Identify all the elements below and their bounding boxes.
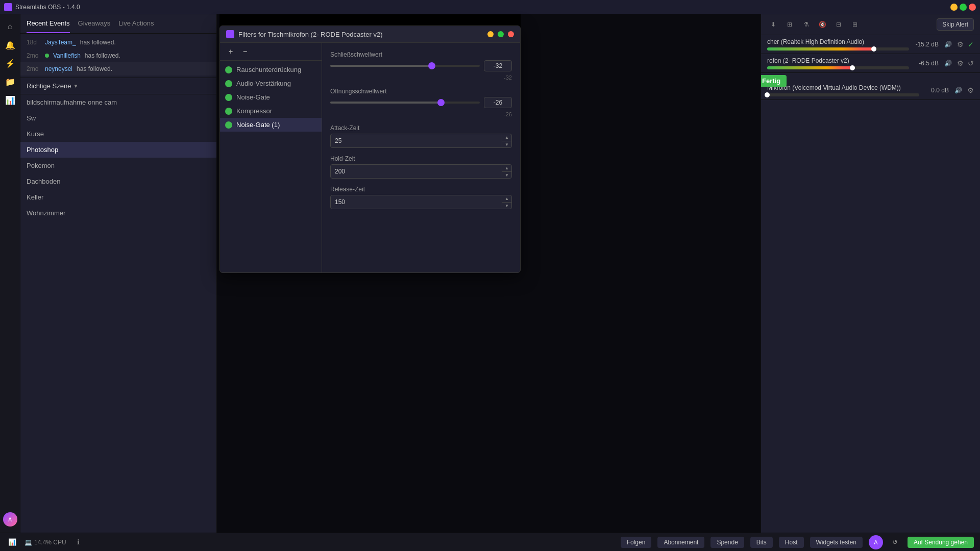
event-user[interactable]: Vanillefish <box>53 52 81 59</box>
scene-header[interactable]: Richtige Szene ▼ <box>20 78 216 94</box>
release-spin-down[interactable]: ▼ <box>502 202 511 209</box>
oeffnung-value-input[interactable]: -26 <box>484 97 512 108</box>
mixer-grid1-icon[interactable]: ⊟ <box>832 18 845 31</box>
bits-button[interactable]: Bits <box>750 537 773 548</box>
modal-close-button[interactable] <box>508 31 514 37</box>
filter-item-label: Audio-Verstärkung <box>236 80 291 87</box>
setting-release: Release-Zeit 150 ▲ ▼ <box>330 186 512 209</box>
footer-info-icon[interactable]: ℹ <box>72 536 85 548</box>
audio-track-3-bar[interactable] <box>767 93 919 96</box>
release-value: 150 <box>331 196 502 208</box>
host-button[interactable]: Host <box>779 537 804 548</box>
refresh-icon[interactable]: ↺ <box>968 59 974 67</box>
app-icon <box>4 3 12 11</box>
schliess-value-input[interactable]: -32 <box>484 60 512 71</box>
release-spin-up[interactable]: ▲ <box>502 195 511 202</box>
event-user[interactable]: JaysTeam_ <box>45 39 76 46</box>
filter-add-button[interactable]: + <box>225 46 236 57</box>
attack-spin-down[interactable]: ▼ <box>502 141 511 147</box>
mixer-expand-icon[interactable]: ⬇ <box>767 18 779 31</box>
scene-item[interactable]: Dachboden <box>20 173 216 189</box>
filter-item-audio[interactable]: Audio-Verstärkung <box>220 77 322 90</box>
scene-item[interactable]: Kurse <box>20 126 216 142</box>
mixer-add-icon[interactable]: ⊞ <box>783 18 796 31</box>
audio-settings-icon[interactable]: ⚙ <box>967 86 974 94</box>
audio-track-1-bar[interactable] <box>767 47 909 51</box>
filter-item-noisegate1[interactable]: Noise-Gate (1) <box>220 118 322 132</box>
right-panel: ⬇ ⊞ ⚗ 🔇 ⊟ ⊞ Skip Alert cher (Realtek Hig… <box>761 14 980 533</box>
filter-modal: Filters for Tischmikrofon (2- RODE Podca… <box>219 26 521 273</box>
scene-header-label: Richtige Szene <box>27 82 71 90</box>
hold-spin-up[interactable]: ▲ <box>502 165 511 171</box>
event-user[interactable]: neyneysel <box>45 65 72 72</box>
event-row: 2mo Vanillefish has followed. <box>20 49 216 62</box>
tab-giveaways[interactable]: Giveaways <box>78 14 111 33</box>
scene-item[interactable]: Wohnzimmer <box>20 205 216 221</box>
user-avatar-footer[interactable]: A <box>869 535 883 549</box>
audio-settings-icon[interactable]: ⚙ <box>957 59 964 67</box>
mixer-grid2-icon[interactable]: ⊞ <box>849 18 861 31</box>
left-panel: Recent Events Giveaways Live Actions 18d… <box>20 14 217 533</box>
audio-track-2-bar[interactable] <box>767 66 909 69</box>
filter-visible-icon <box>225 94 232 101</box>
release-spin-buttons: ▲ ▼ <box>502 195 511 209</box>
event-action: has followed. <box>85 52 120 59</box>
footer-refresh-icon[interactable]: ↺ <box>889 536 901 548</box>
filter-list-toolbar: + − <box>220 43 322 61</box>
sidebar-item-alerts[interactable]: ⚡ <box>2 55 18 71</box>
minimize-button[interactable] <box>950 4 958 11</box>
tab-recent-events[interactable]: Recent Events <box>27 14 70 33</box>
modal-minimize-button[interactable] <box>487 31 494 37</box>
filter-item-rausch[interactable]: Rauschunterdrückung <box>220 63 322 77</box>
sidebar-item-events[interactable]: 🔔 <box>2 37 18 53</box>
abonnement-button[interactable]: Abonnement <box>657 537 704 548</box>
sidebar-item-stats[interactable]: 📊 <box>2 92 18 108</box>
auf-sendung-button[interactable]: Auf Sendung gehen <box>908 537 974 548</box>
tab-live-actions[interactable]: Live Actions <box>118 14 154 33</box>
skip-alert-button[interactable]: Skip Alert <box>937 18 974 31</box>
mixer-filter-icon[interactable]: ⚗ <box>800 18 812 31</box>
sidebar-item-media[interactable]: 📁 <box>2 73 18 90</box>
filter-remove-button[interactable]: − <box>239 46 251 57</box>
filter-items: Rauschunterdrückung Audio-Verstärkung No… <box>220 61 322 272</box>
schliess-slider[interactable] <box>330 61 480 70</box>
setting-hold-label: Hold-Zeit <box>330 155 512 162</box>
spende-button[interactable]: Spende <box>710 537 744 548</box>
event-row: 18d JaysTeam_ has followed. <box>20 36 216 49</box>
mixer-header: ⬇ ⊞ ⚗ 🔇 ⊟ ⊞ Skip Alert <box>761 14 980 35</box>
attack-spin-up[interactable]: ▲ <box>502 134 511 141</box>
sidebar-item-home[interactable]: ⌂ <box>2 18 18 35</box>
scene-item[interactable]: Sw <box>20 110 216 126</box>
window-controls <box>950 4 976 11</box>
modal-maximize-button[interactable] <box>498 31 504 37</box>
setting-oeffnung-control: -26 <box>330 97 512 108</box>
footer-chart-icon[interactable]: 📊 <box>6 536 18 548</box>
oeffnung-slider[interactable] <box>330 98 480 107</box>
audio-settings-icon[interactable]: ⚙ <box>957 40 964 48</box>
audio-volume-icon[interactable]: 🔊 <box>943 58 953 68</box>
filter-item-noisegate[interactable]: Noise-Gate <box>220 90 322 104</box>
scene-item[interactable]: Keller <box>20 189 216 205</box>
folgen-button[interactable]: Folgen <box>621 537 652 548</box>
setting-schliess: Schließschwellwert -32 -32 <box>330 51 512 81</box>
audio-volume-icon[interactable]: 🔊 <box>953 85 963 95</box>
audio-volume-icon[interactable]: 🔊 <box>943 39 953 49</box>
scene-item[interactable]: Pokemon <box>20 158 216 173</box>
hold-spin-down[interactable]: ▼ <box>502 171 511 178</box>
event-time: 2mo <box>27 52 41 59</box>
attack-spin-buttons: ▲ ▼ <box>502 134 511 147</box>
fertig-button[interactable]: Fertig <box>761 75 787 87</box>
attack-value: 25 <box>331 135 502 146</box>
user-avatar[interactable]: A <box>3 512 17 527</box>
hold-value: 200 <box>331 166 502 177</box>
close-button[interactable] <box>969 4 976 11</box>
scene-item[interactable]: bildschirmaufnahme onne cam <box>20 94 216 110</box>
oeffnung-sub-label: -26 <box>330 111 512 117</box>
mixer-mute-icon[interactable]: 🔇 <box>816 18 828 31</box>
filter-item-kompressor[interactable]: Kompressor <box>220 104 322 118</box>
release-spinner: 150 ▲ ▼ <box>330 195 512 209</box>
scene-item-photoshop[interactable]: Photoshop <box>20 142 216 158</box>
footer: 📊 💻 14.4% CPU ℹ Folgen Abonnement Spende… <box>0 533 980 551</box>
widgets-testen-button[interactable]: Widgets testen <box>810 537 863 548</box>
maximize-button[interactable] <box>960 4 967 11</box>
